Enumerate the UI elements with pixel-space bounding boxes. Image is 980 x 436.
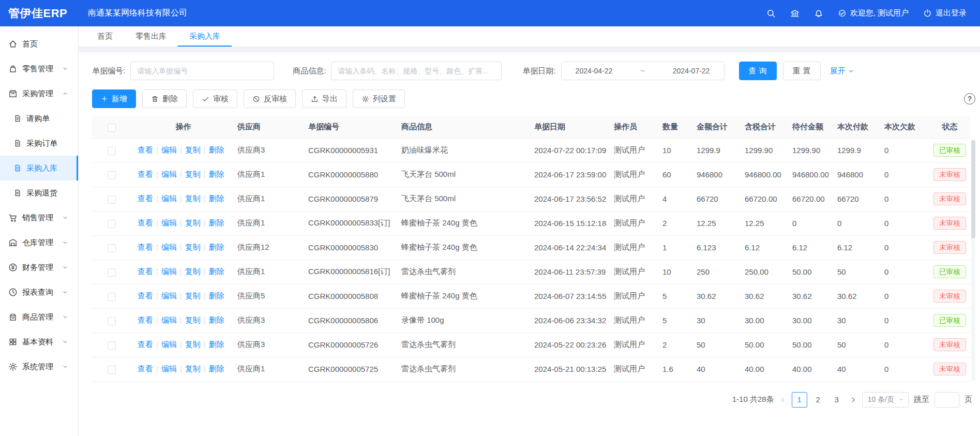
- sidebar-item-goods[interactable]: 商品管理: [0, 305, 78, 329]
- table-row[interactable]: 查看|编辑|复制|删除供应商5CGRK00000005808蜂蜜柚子茶 240g…: [92, 284, 970, 308]
- add-button[interactable]: 新增: [92, 89, 136, 108]
- row-checkbox[interactable]: [108, 293, 116, 301]
- page-button-3[interactable]: 3: [829, 392, 845, 408]
- row-action-view[interactable]: 查看: [138, 364, 153, 373]
- row-checkbox[interactable]: [108, 317, 116, 325]
- sidebar-item-finance[interactable]: 财务管理: [0, 255, 78, 280]
- column-header[interactable]: 状态: [925, 116, 970, 138]
- row-action-edit[interactable]: 编辑: [161, 243, 177, 251]
- table-row[interactable]: 查看|编辑|复制|删除供应商3CGRK00000005726雷达杀虫气雾剂202…: [92, 333, 970, 357]
- column-header[interactable]: 含税合计: [738, 116, 786, 138]
- column-header[interactable]: 供应商: [231, 116, 302, 138]
- row-checkbox[interactable]: [108, 147, 116, 155]
- page-button-1[interactable]: 1: [792, 392, 807, 408]
- row-action-edit[interactable]: 编辑: [161, 145, 177, 154]
- doc-no-input[interactable]: [130, 62, 274, 80]
- column-header[interactable]: 本次付款: [831, 116, 878, 138]
- row-action-copy[interactable]: 复制: [185, 315, 201, 324]
- logout-button[interactable]: 退出登录: [923, 8, 967, 18]
- prev-page-button[interactable]: [779, 396, 787, 403]
- expand-link[interactable]: 展开: [830, 66, 854, 76]
- unaudit-button[interactable]: 反审核: [244, 89, 296, 108]
- table-row[interactable]: 查看|编辑|复制|删除供应商1CGRK00000005879飞天茅台 500ml…: [92, 187, 970, 211]
- delete-button[interactable]: 删除: [142, 89, 187, 108]
- bell-icon[interactable]: [814, 9, 823, 18]
- column-header[interactable]: 数量: [656, 116, 690, 138]
- row-action-delete[interactable]: 删除: [209, 267, 224, 276]
- column-header[interactable]: 商品信息: [395, 116, 528, 138]
- row-action-delete[interactable]: 删除: [209, 340, 224, 349]
- row-action-copy[interactable]: 复制: [185, 194, 201, 203]
- audit-button[interactable]: 审核: [193, 89, 237, 108]
- row-action-copy[interactable]: 复制: [185, 291, 201, 300]
- row-action-copy[interactable]: 复制: [185, 243, 201, 251]
- export-button[interactable]: 导出: [302, 89, 346, 108]
- sidebar-item-sales[interactable]: 销售管理: [0, 205, 78, 230]
- row-action-view[interactable]: 查看: [138, 194, 153, 203]
- row-checkbox[interactable]: [108, 171, 116, 179]
- row-action-view[interactable]: 查看: [138, 170, 153, 178]
- table-row[interactable]: 查看|编辑|复制|删除供应商1CGRK00000005725雷达杀虫气雾剂202…: [92, 357, 970, 381]
- row-checkbox[interactable]: [108, 366, 116, 374]
- search-icon[interactable]: [766, 9, 776, 18]
- row-action-copy[interactable]: 复制: [185, 267, 201, 276]
- row-action-edit[interactable]: 编辑: [161, 315, 177, 324]
- row-action-delete[interactable]: 删除: [209, 291, 224, 300]
- column-header[interactable]: 单据编号: [302, 116, 395, 138]
- column-header[interactable]: 操作员: [608, 116, 656, 138]
- row-action-copy[interactable]: 复制: [185, 218, 201, 227]
- date-from[interactable]: 2024-04-22: [576, 67, 613, 75]
- sidebar-item-retail[interactable]: 零售管理: [0, 56, 78, 81]
- column-header[interactable]: 金额合计: [690, 116, 738, 138]
- scrollbar-thumb[interactable]: [971, 140, 975, 238]
- table-row[interactable]: 查看|编辑|复制|删除供应商3CGRK00000005806录像带 100g20…: [92, 308, 970, 333]
- bank-icon[interactable]: [790, 9, 800, 18]
- row-checkbox[interactable]: [108, 244, 116, 252]
- sidebar-subitem-purchase-order[interactable]: 采购订单: [0, 131, 78, 156]
- sidebar-item-basicdata[interactable]: 基本资料: [0, 329, 78, 354]
- column-header[interactable]: 本次欠款: [878, 116, 925, 138]
- row-action-delete[interactable]: 删除: [209, 218, 224, 227]
- sidebar-item-purchase[interactable]: 采购管理: [0, 81, 78, 106]
- sidebar-subitem-purchase-request[interactable]: 请购单: [0, 106, 78, 131]
- sidebar-item-home[interactable]: 首页: [0, 32, 78, 56]
- row-checkbox[interactable]: [108, 220, 116, 228]
- row-action-copy[interactable]: 复制: [185, 145, 201, 154]
- page-size-select[interactable]: 10 条/页: [862, 392, 909, 408]
- reset-button[interactable]: 重置: [783, 62, 821, 80]
- row-action-view[interactable]: 查看: [138, 340, 153, 349]
- app-logo[interactable]: 管伊佳ERP: [0, 6, 79, 21]
- column-header[interactable]: 单据日期: [528, 116, 608, 138]
- row-action-edit[interactable]: 编辑: [161, 364, 177, 373]
- column-settings-button[interactable]: 列设置: [353, 89, 405, 108]
- product-input[interactable]: [331, 62, 502, 80]
- row-action-delete[interactable]: 删除: [209, 315, 224, 324]
- jump-input[interactable]: [934, 392, 959, 408]
- tab-retail-outbound[interactable]: 零售出库: [124, 26, 178, 47]
- table-row[interactable]: 查看|编辑|复制|删除供应商3CGRK00000005931奶油味爆米花2024…: [92, 138, 970, 162]
- row-action-copy[interactable]: 复制: [185, 170, 201, 178]
- table-row[interactable]: 查看|编辑|复制|删除供应商1CGRK00000005833[订]蜂蜜柚子茶 2…: [92, 211, 970, 235]
- row-action-view[interactable]: 查看: [138, 243, 153, 251]
- row-action-view[interactable]: 查看: [138, 218, 153, 227]
- row-action-edit[interactable]: 编辑: [161, 194, 177, 203]
- column-header[interactable]: 操作: [131, 116, 231, 138]
- welcome-user[interactable]: 欢迎您, 测试用户: [838, 8, 909, 18]
- row-action-edit[interactable]: 编辑: [161, 340, 177, 349]
- row-action-delete[interactable]: 删除: [209, 145, 224, 154]
- select-all-checkbox[interactable]: [108, 124, 116, 132]
- row-action-view[interactable]: 查看: [138, 145, 153, 154]
- help-icon[interactable]: ?: [964, 93, 975, 104]
- page-button-2[interactable]: 2: [810, 392, 826, 408]
- row-action-delete[interactable]: 删除: [209, 364, 224, 373]
- row-checkbox[interactable]: [108, 268, 116, 277]
- table-row[interactable]: 查看|编辑|复制|删除供应商12CGRK00000005830蜂蜜柚子茶 240…: [92, 235, 970, 260]
- date-range-picker[interactable]: 2024-04-22 ~ 2024-07-22: [561, 62, 725, 80]
- row-action-delete[interactable]: 删除: [209, 170, 224, 178]
- row-checkbox[interactable]: [108, 196, 116, 204]
- column-header[interactable]: 待付金额: [786, 116, 831, 138]
- row-action-delete[interactable]: 删除: [209, 194, 224, 203]
- sidebar-item-report[interactable]: 报表查询: [0, 280, 78, 305]
- row-action-edit[interactable]: 编辑: [161, 218, 177, 227]
- row-action-view[interactable]: 查看: [138, 267, 153, 276]
